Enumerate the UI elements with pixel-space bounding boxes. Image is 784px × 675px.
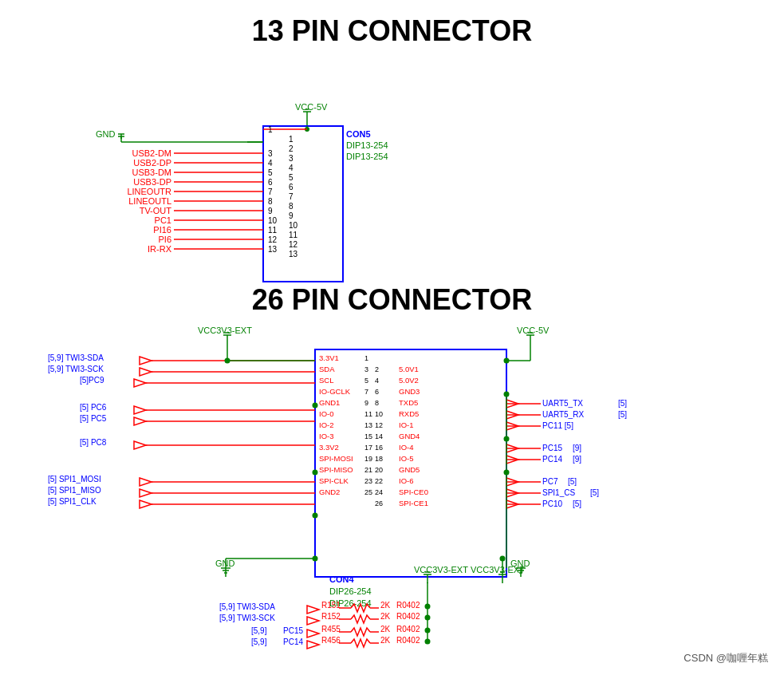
svg-text:7: 7 bbox=[268, 188, 273, 196]
svg-text:10: 10 bbox=[268, 216, 278, 225]
svg-text:1: 1 bbox=[289, 135, 294, 144]
svg-text:10: 10 bbox=[375, 410, 383, 418]
svg-text:[5]: [5] bbox=[618, 399, 627, 408]
svg-text:GND2: GND2 bbox=[319, 488, 340, 496]
svg-text:USB3-DM: USB3-DM bbox=[132, 168, 171, 177]
svg-text:6: 6 bbox=[375, 388, 379, 396]
svg-text:UART5_TX: UART5_TX bbox=[542, 399, 583, 408]
svg-text:[5] SPI1_CLK: [5] SPI1_CLK bbox=[48, 497, 97, 506]
svg-text:R151: R151 bbox=[321, 601, 341, 610]
svg-text:25: 25 bbox=[364, 488, 372, 496]
svg-text:11: 11 bbox=[268, 226, 278, 235]
svg-marker-88 bbox=[134, 417, 146, 425]
svg-text:5: 5 bbox=[268, 168, 273, 177]
svg-text:LINEOUTL: LINEOUTL bbox=[128, 196, 171, 206]
svg-text:GND5: GND5 bbox=[399, 465, 420, 474]
svg-point-104 bbox=[225, 358, 230, 364]
svg-text:5: 5 bbox=[364, 377, 368, 385]
svg-text:2K: 2K bbox=[380, 612, 391, 621]
svg-text:14: 14 bbox=[375, 432, 383, 440]
svg-text:[9]: [9] bbox=[573, 455, 581, 464]
svg-point-112 bbox=[313, 556, 318, 562]
svg-point-259 bbox=[313, 403, 318, 409]
svg-text:VCC3V3-EXT: VCC3V3-EXT bbox=[471, 565, 525, 574]
svg-text:R152: R152 bbox=[321, 612, 341, 621]
svg-text:9: 9 bbox=[289, 211, 294, 220]
svg-marker-79 bbox=[140, 368, 152, 376]
svg-text:[5,9] TWI3-SDA: [5,9] TWI3-SDA bbox=[48, 353, 104, 362]
svg-text:4: 4 bbox=[268, 159, 273, 168]
svg-marker-94 bbox=[140, 478, 152, 486]
svg-text:CON4: CON4 bbox=[329, 574, 354, 584]
svg-text:CON5: CON5 bbox=[346, 129, 371, 139]
svg-text:20: 20 bbox=[375, 466, 383, 474]
svg-text:GND3: GND3 bbox=[399, 387, 420, 396]
svg-text:2K: 2K bbox=[380, 625, 391, 634]
svg-text:DIP26-254: DIP26-254 bbox=[329, 586, 372, 596]
svg-text:TXD5: TXD5 bbox=[399, 398, 418, 407]
svg-text:R456: R456 bbox=[321, 636, 341, 645]
svg-marker-91 bbox=[134, 441, 146, 449]
svg-text:3: 3 bbox=[289, 154, 294, 163]
svg-text:6: 6 bbox=[268, 178, 273, 187]
svg-text:SCL: SCL bbox=[319, 376, 333, 385]
svg-text:2K: 2K bbox=[380, 601, 391, 610]
svg-text:3.3V1: 3.3V1 bbox=[319, 353, 339, 362]
svg-text:1: 1 bbox=[364, 354, 368, 362]
svg-text:4: 4 bbox=[375, 377, 379, 385]
svg-text:3: 3 bbox=[364, 365, 368, 373]
svg-text:R0402: R0402 bbox=[396, 612, 420, 621]
svg-text:5.0V1: 5.0V1 bbox=[399, 365, 419, 373]
svg-text:8: 8 bbox=[289, 202, 294, 211]
svg-marker-237 bbox=[307, 630, 319, 638]
svg-text:3.3V2: 3.3V2 bbox=[319, 443, 339, 452]
svg-text:2: 2 bbox=[289, 144, 294, 153]
svg-marker-82 bbox=[134, 379, 146, 387]
svg-text:PC14: PC14 bbox=[283, 638, 303, 646]
svg-text:13: 13 bbox=[289, 250, 298, 259]
svg-text:8: 8 bbox=[268, 197, 273, 206]
svg-text:IR-RX: IR-RX bbox=[148, 244, 172, 254]
svg-text:PC15: PC15 bbox=[283, 626, 303, 635]
svg-text:IO-5: IO-5 bbox=[399, 454, 413, 463]
svg-text:TV-OUT: TV-OUT bbox=[140, 206, 172, 215]
svg-text:[5] PC8: [5] PC8 bbox=[80, 438, 107, 447]
svg-marker-220 bbox=[307, 606, 319, 614]
svg-point-218 bbox=[500, 556, 506, 562]
svg-text:IO-2: IO-2 bbox=[319, 420, 333, 429]
svg-point-260 bbox=[313, 470, 318, 476]
svg-text:2: 2 bbox=[375, 365, 379, 373]
svg-text:PC11 [5]: PC11 [5] bbox=[542, 421, 573, 430]
svg-marker-97 bbox=[140, 489, 152, 497]
svg-text:IO-1: IO-1 bbox=[399, 420, 413, 429]
svg-text:UART5_RX: UART5_RX bbox=[542, 410, 584, 419]
svg-text:IO-0: IO-0 bbox=[319, 409, 333, 418]
svg-text:SPI-CE1: SPI-CE1 bbox=[399, 499, 428, 507]
svg-text:[5] PC5: [5] PC5 bbox=[80, 414, 107, 423]
svg-text:IO-3: IO-3 bbox=[319, 432, 333, 440]
svg-text:11: 11 bbox=[364, 410, 372, 418]
svg-text:SPI-MISO: SPI-MISO bbox=[319, 465, 353, 474]
svg-text:18: 18 bbox=[375, 455, 383, 463]
svg-text:SPI-MOSI: SPI-MOSI bbox=[319, 454, 353, 463]
svg-text:[5]: [5] bbox=[618, 410, 627, 419]
svg-text:8: 8 bbox=[375, 399, 379, 407]
svg-text:5.0V2: 5.0V2 bbox=[399, 376, 419, 385]
svg-text:IO-6: IO-6 bbox=[399, 476, 413, 485]
svg-text:1: 1 bbox=[268, 125, 273, 134]
svg-text:11: 11 bbox=[289, 231, 298, 239]
svg-text:PC14: PC14 bbox=[542, 455, 562, 464]
svg-text:[5] SPI1_MISO: [5] SPI1_MISO bbox=[48, 486, 101, 495]
svg-text:GND: GND bbox=[96, 129, 116, 139]
svg-text:PC7: PC7 bbox=[542, 477, 558, 486]
svg-text:PC15: PC15 bbox=[542, 444, 562, 452]
svg-text:R455: R455 bbox=[321, 625, 341, 634]
svg-text:7: 7 bbox=[364, 388, 368, 396]
svg-text:[5] PC6: [5] PC6 bbox=[80, 403, 107, 412]
svg-text:USB2-DP: USB2-DP bbox=[133, 158, 171, 168]
svg-text:13: 13 bbox=[268, 245, 278, 254]
svg-text:VCC3V3-EXT: VCC3V3-EXT bbox=[414, 565, 468, 574]
svg-text:22: 22 bbox=[375, 477, 383, 485]
svg-text:VCC3V3-EXT: VCC3V3-EXT bbox=[198, 326, 252, 335]
svg-text:[5]: [5] bbox=[573, 499, 581, 508]
